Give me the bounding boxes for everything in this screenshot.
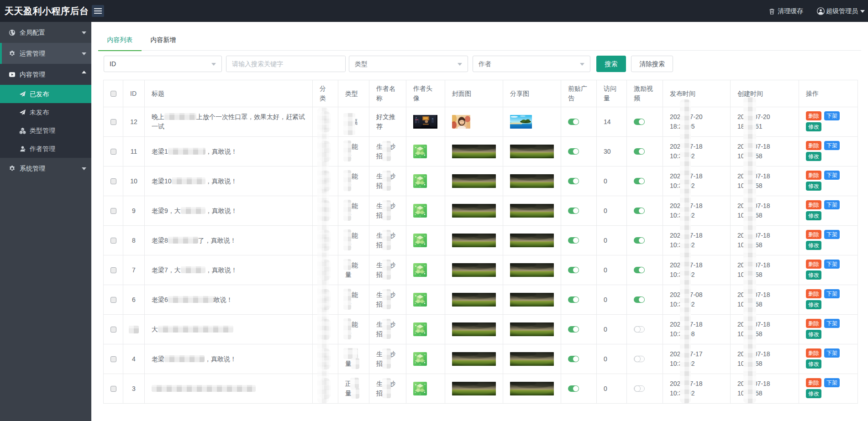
row-checkbox[interactable] xyxy=(110,149,116,155)
offline-button[interactable]: 下架 xyxy=(824,141,840,150)
edit-button[interactable]: 修改 xyxy=(806,152,821,161)
cell-preroll-ad xyxy=(561,226,597,255)
incentive-video-toggle[interactable] xyxy=(634,296,645,303)
cover-image xyxy=(452,352,496,366)
preroll-ad-toggle[interactable] xyxy=(568,178,579,184)
row-checkbox[interactable] xyxy=(110,178,116,184)
edit-button[interactable]: 修改 xyxy=(806,300,821,309)
row-checkbox[interactable] xyxy=(110,297,116,303)
preroll-ad-toggle[interactable] xyxy=(568,385,579,392)
publish-time-line: 2020-07-08 xyxy=(670,290,723,300)
sidebar-toggle-button[interactable] xyxy=(92,5,104,17)
row-checkbox[interactable] xyxy=(110,208,116,214)
cell-title: 老梁7，大，真敢说！ xyxy=(145,255,313,285)
sidebar-subitem-4[interactable]: 作者管理 xyxy=(0,140,91,158)
filter-bar: ID 类型 作者 搜索 清除搜索 xyxy=(104,56,789,72)
incentive-video-toggle[interactable] xyxy=(634,119,645,125)
preroll-ad-toggle[interactable] xyxy=(568,119,579,125)
edit-button[interactable]: 修改 xyxy=(806,211,821,220)
tab-content-add[interactable]: 内容新增 xyxy=(142,32,185,51)
user-edit-icon xyxy=(19,146,26,152)
delete-button[interactable]: 删除 xyxy=(806,319,821,328)
offline-button[interactable]: 下架 xyxy=(824,230,840,239)
preroll-ad-toggle[interactable] xyxy=(568,326,579,333)
sidebar-subitem-3[interactable]: 类型管理 xyxy=(0,121,91,140)
delete-button[interactable]: 删除 xyxy=(806,260,821,269)
chevron-up-icon xyxy=(82,71,86,73)
delete-button[interactable]: 删除 xyxy=(806,230,821,239)
clear-search-button[interactable]: 清除搜索 xyxy=(631,56,673,72)
cell-author-avatar xyxy=(406,166,445,196)
preroll-ad-toggle[interactable] xyxy=(568,356,579,362)
select-all-checkbox[interactable] xyxy=(110,91,116,97)
sidebar-item-3[interactable]: 内容管理 xyxy=(0,64,91,85)
edit-button[interactable]: 修改 xyxy=(806,182,821,191)
delete-button[interactable]: 删除 xyxy=(806,111,821,120)
filter-type-select[interactable]: 类型 xyxy=(349,56,468,72)
preroll-ad-toggle[interactable] xyxy=(568,267,579,273)
edit-button[interactable]: 修改 xyxy=(806,330,821,339)
preroll-ad-toggle[interactable] xyxy=(568,237,579,244)
edit-button[interactable]: 修改 xyxy=(806,270,821,280)
redaction-strip-publish-time xyxy=(680,99,691,403)
sidebar-subitem-2[interactable]: 未发布 xyxy=(0,103,91,121)
sidebar-item-2[interactable]: 运营管理 xyxy=(0,43,91,64)
keyword-input[interactable] xyxy=(226,56,345,72)
edit-button[interactable]: 修改 xyxy=(806,122,821,131)
sidebar-subitem-1[interactable]: 已发布 xyxy=(0,85,91,103)
select-caret-icon xyxy=(458,63,462,68)
incentive-video-toggle[interactable] xyxy=(634,267,645,273)
cell-type: 正能量 xyxy=(338,285,369,315)
incentive-video-toggle[interactable] xyxy=(634,178,645,184)
incentive-video-toggle[interactable] xyxy=(634,326,645,333)
row-checkbox[interactable] xyxy=(110,238,116,244)
delete-button[interactable]: 删除 xyxy=(806,171,821,180)
cell-visits: 0 xyxy=(597,374,627,404)
cell-actions: 删除下架修改 xyxy=(799,137,858,166)
row-checkbox[interactable] xyxy=(110,267,116,273)
incentive-video-toggle[interactable] xyxy=(634,208,645,214)
incentive-video-toggle[interactable] xyxy=(634,237,645,244)
incentive-video-toggle[interactable] xyxy=(634,148,645,155)
delete-button[interactable]: 删除 xyxy=(806,200,821,209)
preroll-ad-toggle[interactable] xyxy=(568,148,579,155)
preroll-ad-toggle[interactable] xyxy=(568,296,579,303)
offline-button[interactable]: 下架 xyxy=(824,348,840,358)
filter-field-select[interactable]: ID xyxy=(104,56,222,72)
delete-button[interactable]: 删除 xyxy=(806,348,821,358)
tab-bar: 内容列表 内容新增 xyxy=(98,32,861,51)
row-checkbox[interactable] xyxy=(110,356,116,362)
edit-button[interactable]: 修改 xyxy=(806,359,821,369)
delete-button[interactable]: 删除 xyxy=(806,378,821,387)
delete-button[interactable]: 删除 xyxy=(806,141,821,150)
delete-button[interactable]: 删除 xyxy=(806,289,821,298)
row-checkbox[interactable] xyxy=(110,327,116,333)
filter-author-select[interactable]: 作者 xyxy=(473,56,590,72)
edit-button[interactable]: 修改 xyxy=(806,389,821,398)
edit-button[interactable]: 修改 xyxy=(806,241,821,250)
sidebar-item-1[interactable]: 全局配置 xyxy=(0,22,91,43)
cell-author-avatar xyxy=(406,374,445,404)
incentive-video-toggle[interactable] xyxy=(634,385,645,392)
offline-button[interactable]: 下架 xyxy=(824,111,840,120)
offline-button[interactable]: 下架 xyxy=(824,378,840,387)
gear-icon xyxy=(9,50,16,57)
cover-image xyxy=(452,234,496,247)
offline-button[interactable]: 下架 xyxy=(824,260,840,269)
offline-button[interactable]: 下架 xyxy=(824,171,840,180)
sidebar-item-4[interactable]: 系统管理 xyxy=(0,158,91,179)
offline-button[interactable]: 下架 xyxy=(824,289,840,298)
tab-content-list[interactable]: 内容列表 xyxy=(98,32,142,51)
incentive-video-toggle[interactable] xyxy=(634,356,645,362)
offline-button[interactable]: 下架 xyxy=(824,200,840,209)
preroll-ad-toggle[interactable] xyxy=(568,208,579,214)
redacted-type xyxy=(343,113,355,135)
row-checkbox[interactable] xyxy=(110,386,116,392)
cell-preroll-ad xyxy=(561,374,597,404)
redacted-text xyxy=(168,237,198,244)
offline-button[interactable]: 下架 xyxy=(824,319,840,328)
column-header-10: 访问量 xyxy=(597,80,627,107)
row-checkbox[interactable] xyxy=(110,119,116,125)
search-button[interactable]: 搜索 xyxy=(596,56,626,72)
cell-incentive-video xyxy=(627,285,663,315)
